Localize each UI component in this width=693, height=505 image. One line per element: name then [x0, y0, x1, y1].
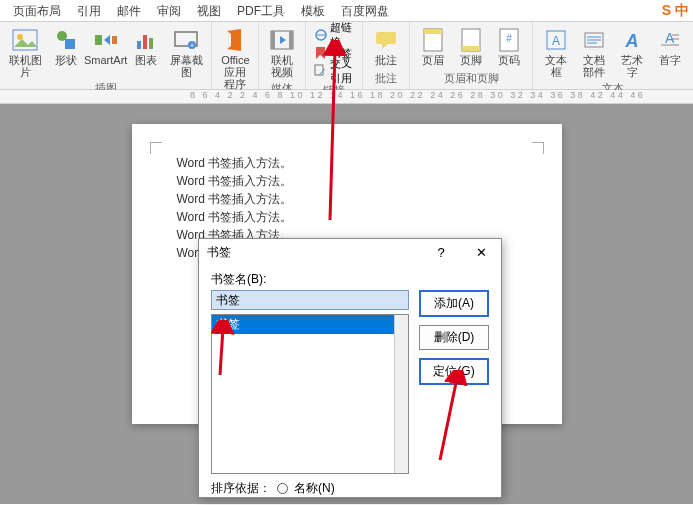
- sort-row: 排序依据： 名称(N): [211, 480, 489, 497]
- bookmark-dialog: 书签 ? ✕ 书签名(B): 书签 添加(A) 删除(D) 定位(G) 排序依据…: [198, 238, 502, 498]
- screenshot-icon: +: [172, 26, 200, 54]
- office-icon: [221, 26, 249, 54]
- svg-rect-6: [137, 41, 141, 49]
- crossref-icon: [314, 64, 328, 78]
- svg-text:A: A: [552, 34, 560, 48]
- svg-text:A: A: [665, 30, 675, 46]
- shapes-button[interactable]: 形状: [47, 24, 85, 68]
- svg-rect-4: [95, 35, 102, 45]
- group-apps: Office 应用程序 应用程序: [212, 22, 259, 89]
- pagenum-button[interactable]: # 页码: [490, 24, 528, 68]
- comment-icon: [372, 26, 400, 54]
- video-icon: [268, 26, 296, 54]
- textbox-button[interactable]: A 文本框: [537, 24, 575, 80]
- screenshot-button[interactable]: + 屏幕截图: [165, 24, 208, 80]
- header-icon: [419, 26, 447, 54]
- smartart-button[interactable]: SmartArt: [85, 24, 127, 68]
- sort-name-radio[interactable]: [277, 483, 288, 494]
- online-pictures-button[interactable]: 联机图片: [4, 24, 47, 80]
- bookmark-list-item[interactable]: 书签: [212, 315, 408, 334]
- wordart-button[interactable]: A 艺术字: [613, 24, 651, 80]
- tab-references[interactable]: 引用: [69, 0, 109, 21]
- svg-rect-3: [65, 39, 75, 49]
- svg-point-1: [17, 34, 23, 40]
- group-media: 联机视频 媒体: [259, 22, 306, 89]
- office-apps-button[interactable]: Office 应用程序: [216, 24, 254, 92]
- ribbon-tabs: 页面布局 引用 邮件 审阅 视图 PDF工具 模板 百度网盘: [0, 0, 693, 22]
- parts-button[interactable]: 文档部件: [575, 24, 613, 80]
- svg-text:A: A: [625, 31, 639, 51]
- tab-review[interactable]: 审阅: [149, 0, 189, 21]
- tab-baidu[interactable]: 百度网盘: [333, 0, 397, 21]
- doc-text-line: Word 书签插入方法。: [162, 208, 532, 226]
- delete-button[interactable]: 删除(D): [419, 325, 489, 350]
- margin-corner-tl: [150, 142, 162, 154]
- ribbon: 联机图片 形状 SmartArt 图表 + 屏幕截图 插图: [0, 22, 693, 90]
- tab-view[interactable]: 视图: [189, 0, 229, 21]
- bookmark-listbox[interactable]: 书签: [211, 314, 409, 474]
- dropcap-icon: A: [656, 26, 684, 54]
- tab-mail[interactable]: 邮件: [109, 0, 149, 21]
- online-video-button[interactable]: 联机视频: [263, 24, 301, 80]
- parts-icon: [580, 26, 608, 54]
- add-button[interactable]: 添加(A): [419, 290, 489, 317]
- tab-pdf[interactable]: PDF工具: [229, 0, 293, 21]
- svg-rect-21: [462, 46, 480, 51]
- dialog-titlebar[interactable]: 书签 ? ✕: [199, 239, 501, 265]
- group-illustrations: 联机图片 形状 SmartArt 图表 + 屏幕截图 插图: [0, 22, 212, 89]
- listbox-scrollbar[interactable]: [394, 315, 408, 473]
- svg-rect-8: [149, 38, 153, 49]
- tab-layout[interactable]: 页面布局: [5, 0, 69, 21]
- shapes-icon: [52, 26, 80, 54]
- svg-rect-16: [315, 65, 323, 75]
- svg-rect-17: [376, 32, 396, 44]
- wordart-icon: A: [618, 26, 646, 54]
- tab-template[interactable]: 模板: [293, 0, 333, 21]
- dialog-close-button[interactable]: ✕: [469, 245, 493, 260]
- bookmark-icon: [314, 46, 328, 60]
- svg-rect-5: [112, 36, 117, 44]
- svg-rect-19: [424, 29, 442, 34]
- comment-button[interactable]: 批注: [367, 24, 405, 68]
- group-links: 超链接 书签 交叉引用 链接: [306, 22, 363, 89]
- doc-text-line: Word 书签插入方法。: [162, 172, 532, 190]
- sort-name-label: 名称(N): [294, 480, 335, 497]
- dialog-title-text: 书签: [207, 244, 231, 261]
- crossref-button[interactable]: 交叉引用: [312, 62, 356, 80]
- chart-icon: [132, 26, 160, 54]
- doc-text-line: Word 书签插入方法。: [162, 154, 532, 172]
- footer-icon: [457, 26, 485, 54]
- dropcap-button[interactable]: A 首字: [651, 24, 689, 68]
- goto-button[interactable]: 定位(G): [419, 358, 489, 385]
- doc-text-line: Word 书签插入方法。: [162, 190, 532, 208]
- pagenum-icon: #: [495, 26, 523, 54]
- dialog-help-button[interactable]: ?: [429, 245, 453, 260]
- svg-rect-14: [289, 31, 293, 49]
- svg-text:#: #: [506, 33, 512, 44]
- online-pic-icon: [11, 26, 39, 54]
- sort-label: 排序依据：: [211, 480, 271, 497]
- group-header-footer: 页眉 页脚 # 页码 页眉和页脚: [410, 22, 533, 89]
- horizontal-ruler: 8 6 4 2 2 4 6 8 10 12 14 16 18 20 22 24 …: [0, 90, 693, 104]
- textbox-icon: A: [542, 26, 570, 54]
- smartart-icon: [92, 26, 120, 54]
- margin-corner-tr: [532, 142, 544, 154]
- svg-rect-7: [143, 35, 147, 49]
- app-logo: S 中: [662, 2, 689, 20]
- bookmark-name-label: 书签名(B):: [211, 271, 489, 288]
- chart-button[interactable]: 图表: [127, 24, 165, 68]
- link-icon: [314, 28, 328, 42]
- svg-rect-13: [271, 31, 275, 49]
- header-button[interactable]: 页眉: [414, 24, 452, 68]
- footer-button[interactable]: 页脚: [452, 24, 490, 68]
- hyperlink-button[interactable]: 超链接: [312, 26, 356, 44]
- svg-text:+: +: [190, 42, 194, 49]
- group-text: A 文本框 文档部件 A 艺术字 A 首字 文本: [533, 22, 693, 89]
- bookmark-name-input[interactable]: [211, 290, 409, 310]
- group-comments: 批注 批注: [363, 22, 410, 89]
